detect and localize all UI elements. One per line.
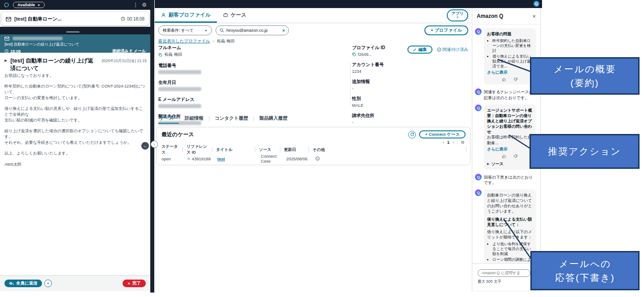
sub-tab-4[interactable]: 製品購入履歴 xyxy=(254,114,293,124)
thumbs-down-icon[interactable] xyxy=(513,154,518,159)
page-number: 1 xyxy=(447,140,449,145)
column-header-label: ソース xyxy=(259,147,271,153)
field-label: E メールアドレス xyxy=(158,96,346,103)
panel-drag-strip[interactable] xyxy=(0,27,150,34)
sub-tab-2[interactable]: 詳細情報 xyxy=(179,114,209,124)
q-bullet-item: 借り換えによる支払い額見直しや繰り上げ返済で全... xyxy=(492,54,533,69)
table-row[interactable]: open43919189testConnect Case2025/08/06 xyxy=(157,155,470,162)
redacted-value xyxy=(158,70,201,74)
column-divider xyxy=(350,63,351,106)
sub-tab-3[interactable]: コンタクト履歴 xyxy=(209,114,254,124)
cases-table: ステータスリファレンス IDタイトルソース更新日その他open43919189t… xyxy=(157,146,470,162)
customer-profile-panel: 顧客プロファイル ケース アプリ ▼ 検索条件: すべて ▼ × + プロファイ… xyxy=(155,0,472,291)
field-value-text: MALE xyxy=(352,103,364,108)
clock-icon xyxy=(121,17,125,21)
q-message: Qお客様の問題昨年契約した自動車ローンの支払い変更を検討借り換えによる支払い額見… xyxy=(475,28,538,84)
breadcrumb-recent-profiles-link[interactable]: 最近表示したプロファイル xyxy=(158,38,210,44)
email-paragraph: お世話になっております。 xyxy=(4,73,146,79)
q-bold-heading: 借り換えによる支払い額見直しについて： xyxy=(487,217,533,227)
q-plain-text: 関連するナレッジベースの記事は次のとおりです。 xyxy=(484,89,536,100)
q-card-text: お客様は昨年契約した自動車... xyxy=(487,134,533,145)
q-message-card: お客様の問題昨年契約した自動車ローンの支払い変更を検討借り換えによる支払い額見直… xyxy=(484,28,536,84)
amazon-q-avatar-icon: Q xyxy=(475,105,482,111)
amazon-q-toggle-icon[interactable]: Q xyxy=(534,1,539,7)
amazon-q-avatar-icon: Q xyxy=(475,88,482,95)
q-bullet-list: より低い金利を確保することで毎月の支払い額を削減ローン期間の調整により財務目標に… xyxy=(492,242,533,263)
amazon-q-title: Amazon Q xyxy=(477,13,532,19)
thumbs-up-icon[interactable] xyxy=(502,77,506,82)
case-title-link[interactable]: test xyxy=(217,156,225,161)
banner-elapsed: 18:08 xyxy=(10,49,21,54)
q-bullet-item: 昨年契約した自動車ローンの支払い変更を検討 xyxy=(492,38,533,53)
agent-header: Available ▼ ⋮ ⚙ xyxy=(0,0,150,10)
q-message-card: 自動車ローンの借り換えと繰り上げ返済についてのお問い合わせありがとうございます。… xyxy=(484,189,536,263)
amazon-q-input[interactable] xyxy=(478,269,530,277)
search-filter-select[interactable]: 検索条件: すべて ▼ xyxy=(158,25,212,35)
annotation-line: 応答(下書き) xyxy=(555,271,614,285)
collapse-thread-icon[interactable]: ▶ xyxy=(4,59,7,63)
workspace-tab-bar: 顧客プロファイル ケース アプリ ▼ xyxy=(155,8,472,23)
copy-icon[interactable] xyxy=(158,53,162,57)
info-icon[interactable] xyxy=(315,156,320,161)
sources-expander[interactable]: ▶ソース xyxy=(487,161,533,167)
column-header-label: リファレンス ID xyxy=(186,144,209,155)
email-paragraph: AWS太郎 xyxy=(4,162,146,167)
q-message: Qエージェントサポート概要：自動車ローンの借り換えと繰り上げ返済オプションお客様… xyxy=(475,105,538,170)
profile-field: E メールアドレス xyxy=(158,96,346,109)
case-other-cell xyxy=(315,156,470,161)
banner-subject: [test] 自動車ローンの繰り上げ返済について xyxy=(4,42,146,47)
apps-button[interactable]: アプリ ▼ xyxy=(447,9,468,21)
case-reference-cell: 43919189 xyxy=(187,156,213,161)
connect-logo-icon xyxy=(4,1,9,9)
column-header: その他 xyxy=(313,147,466,152)
breadcrumb-current: 裕義 梅田 xyxy=(216,38,235,44)
q-message-text: 回答の下書きは次のとおりです。 xyxy=(484,174,536,185)
page-prev-icon[interactable]: ‹ xyxy=(442,140,444,145)
show-more-link[interactable]: さらに表示 xyxy=(487,70,533,75)
annotation-recommended-action: 推奨アクション xyxy=(530,134,640,169)
page-next-icon[interactable]: › xyxy=(453,140,454,145)
clear-search-icon[interactable]: × xyxy=(282,28,285,33)
add-profile-button[interactable]: + プロファイル xyxy=(424,25,468,35)
agent-status-select[interactable]: Available ▼ xyxy=(13,2,45,8)
annotation-line: メールの概要 xyxy=(554,62,616,76)
search-icon xyxy=(220,28,224,33)
copy-icon[interactable] xyxy=(352,52,356,56)
close-icon[interactable]: × xyxy=(532,13,536,20)
case-source-cell: Connect Case xyxy=(261,154,282,163)
tab-customer-profile[interactable]: 顧客プロファイル xyxy=(155,8,217,23)
collapse-panel-button[interactable]: ← xyxy=(141,142,149,150)
gear-icon[interactable]: ⚙ xyxy=(142,2,147,8)
case-title-cell: test xyxy=(217,156,257,161)
email-paragraph: 借り換えによる支払い額の見直しや、繰り上げ返済の形で追加支払いすることで全体的な… xyxy=(4,106,146,123)
field-value: 裕義 梅田 xyxy=(158,52,346,58)
thumbs-down-icon[interactable] xyxy=(513,77,518,82)
profile-field: フルネーム裕義 梅田 xyxy=(158,45,346,58)
column-header: リファレンス ID xyxy=(186,147,212,152)
breadcrumb: 最近表示したプロファイル › 裕義 梅田 xyxy=(158,38,235,44)
reply-options-button[interactable]: ▼ xyxy=(44,280,52,287)
contact-footer: 全員に返信 ▼ × 完了 xyxy=(0,275,150,291)
thumbs-up-icon[interactable] xyxy=(502,154,506,159)
show-more-link[interactable]: さらに表示 xyxy=(487,146,533,152)
close-contact-button[interactable]: × 完了 xyxy=(123,280,146,287)
column-header: 更新日 xyxy=(284,147,309,152)
new-connect-case-button[interactable]: + Connect ケース xyxy=(419,130,466,138)
field-value-text: - xyxy=(352,86,353,91)
kebab-menu-icon[interactable]: ⋮ xyxy=(133,2,138,8)
table-settings-gear-icon[interactable]: ⚙ xyxy=(461,140,465,145)
amazon-q-avatar-icon: Q xyxy=(475,174,482,180)
active-task-card[interactable]: [test] 自動車ローン... 00:18:08 xyxy=(1,12,149,25)
field-label: 生年月日 xyxy=(158,79,346,86)
refresh-button[interactable] xyxy=(408,131,416,138)
sub-tab-1[interactable]: ケース xyxy=(158,114,179,124)
search-input[interactable] xyxy=(226,28,280,33)
chevron-down-icon: ▼ xyxy=(37,4,40,7)
reply-all-button[interactable]: 全員に返信 xyxy=(4,280,42,287)
expand-panel-button[interactable]: › xyxy=(151,141,158,148)
field-label: 請求先住所 xyxy=(352,113,466,119)
tab-cases[interactable]: ケース xyxy=(217,8,253,23)
copy-icon[interactable] xyxy=(187,157,190,161)
field-value: - xyxy=(352,86,466,91)
email-body: お世話になっております。昨年契約した自動車のローン契約について(契約番号: CO… xyxy=(4,73,146,172)
